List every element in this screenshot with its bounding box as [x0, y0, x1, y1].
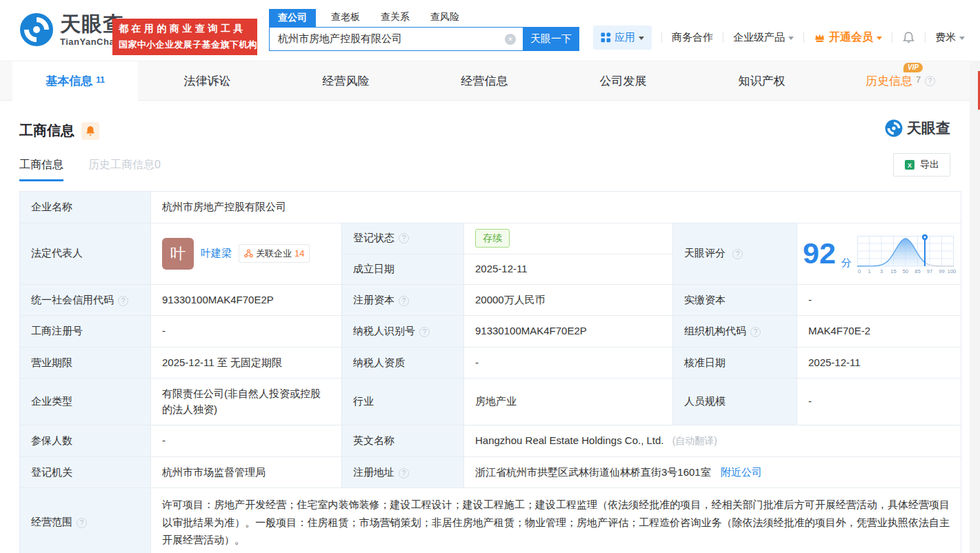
- english-name-label: 英文名称: [342, 425, 464, 457]
- chevron-down-icon: [877, 37, 882, 40]
- insured-count-label: 参保人数: [20, 425, 151, 457]
- reg-capital-label: 注册资本: [353, 294, 394, 305]
- scrollbar-track[interactable]: [970, 61, 980, 553]
- legal-rep-label: 法定代表人: [20, 223, 151, 284]
- tab-basic-label: 基本信息: [46, 73, 92, 89]
- question-icon[interactable]: [925, 76, 935, 86]
- network-icon: [244, 249, 253, 258]
- search-tab-risk[interactable]: 查风险: [430, 11, 459, 27]
- related-companies-badge[interactable]: 关联企业 14: [239, 244, 310, 263]
- divider: [723, 32, 723, 43]
- establish-date-label: 成立日期: [342, 254, 464, 284]
- company-type-label: 企业类型: [20, 379, 151, 425]
- clear-input-icon[interactable]: [505, 34, 516, 45]
- search-tab-company[interactable]: 查公司: [269, 9, 316, 27]
- reg-status-tag: 存续: [475, 229, 510, 248]
- tab-operating-risk[interactable]: 经营风险: [277, 61, 415, 101]
- svg-text:100: 100: [948, 268, 957, 274]
- company-name-value: 杭州市房地产控股有限公司: [151, 192, 961, 223]
- question-icon[interactable]: [419, 327, 430, 337]
- tab-operating-info[interactable]: 经营信息: [415, 61, 554, 101]
- question-icon[interactable]: [732, 249, 743, 259]
- table-row: 参保人数 - 英文名称 Hangzhou Real Estate Holding…: [20, 425, 961, 457]
- paid-capital-value: -: [797, 284, 961, 316]
- divider: [925, 32, 926, 43]
- table-row: 企业类型 有限责任公司(非自然人投资或控股的法人独资) 行业 房地产业 人员规模…: [20, 379, 961, 425]
- approval-date-label: 核准日期: [673, 347, 797, 379]
- bell-icon: [86, 125, 95, 137]
- business-info-table: 企业名称 杭州市房地产控股有限公司 法定代表人 叶 叶建梁: [19, 191, 961, 553]
- related-companies-label: 关联企业: [256, 247, 292, 261]
- tab-history-info[interactable]: VIP 历史信息 7: [831, 61, 970, 101]
- apps-menu[interactable]: 应用: [593, 26, 652, 50]
- enterprise-product-label: 企业级产品: [733, 31, 785, 44]
- svg-text:97: 97: [927, 268, 932, 274]
- credit-code-value: 91330100MAK4F70E2P: [151, 284, 342, 316]
- user-menu[interactable]: 费米: [935, 31, 965, 44]
- company-type-value: 有限责任公司(非自然人投资或控股的法人独资): [151, 379, 342, 425]
- tab-intellectual-property[interactable]: 知识产权: [692, 61, 831, 101]
- nav-vip-upgrade[interactable]: 开通会员: [814, 30, 882, 45]
- taxpayer-id-value: 91330100MAK4F70E2P: [464, 316, 673, 348]
- svg-text:15: 15: [890, 268, 896, 274]
- legal-rep-name-link[interactable]: 叶建梁: [201, 245, 232, 261]
- question-icon[interactable]: [77, 518, 87, 528]
- insured-count-value: -: [151, 425, 342, 457]
- score-distribution-chart: 0 1 3 15 50 85 97 99 100: [857, 232, 954, 276]
- search-tab-relation[interactable]: 查关系: [381, 11, 410, 27]
- legal-rep-avatar[interactable]: 叶: [162, 238, 194, 270]
- score-unit: 分: [841, 255, 852, 271]
- question-icon[interactable]: [399, 468, 409, 479]
- subscribe-bell-button[interactable]: [81, 122, 99, 140]
- tab-company-development[interactable]: 公司发展: [554, 61, 692, 101]
- taxpayer-quality-label: 纳税人资质: [342, 347, 464, 379]
- table-row: 工商注册号 - 纳税人识别号 91330100MAK4F70E2P 组织机构代码…: [20, 316, 961, 348]
- credit-code-label: 统一社会信用代码: [31, 294, 114, 305]
- establish-date-value: 2025-12-11: [464, 254, 672, 284]
- nav-enterprise-product[interactable]: 企业级产品: [733, 31, 794, 44]
- svg-text:X: X: [908, 162, 912, 169]
- question-icon[interactable]: [750, 327, 761, 337]
- staff-size-label: 人员规模: [673, 379, 797, 425]
- notifications-bell[interactable]: [902, 31, 915, 44]
- question-icon[interactable]: [399, 296, 409, 306]
- tianyancha-watermark: 天眼查: [885, 119, 950, 138]
- watermark-title: 天眼查: [907, 119, 950, 138]
- svg-text:85: 85: [914, 268, 920, 274]
- search-tab-boss[interactable]: 查老板: [331, 11, 360, 27]
- apps-grid-icon: [601, 32, 611, 43]
- reg-authority-label: 登记机关: [20, 456, 151, 488]
- subtab-history-business-info[interactable]: 历史工商信息0: [88, 158, 161, 181]
- export-button[interactable]: X 导出: [893, 153, 950, 177]
- search-input[interactable]: [269, 27, 523, 51]
- org-code-label: 组织机构代码: [684, 325, 746, 336]
- taxpayer-id-label: 纳税人识别号: [353, 325, 415, 336]
- tab-basic-info[interactable]: 基本信息 11: [12, 61, 138, 101]
- subtabs: 工商信息 历史工商信息0: [0, 140, 970, 181]
- vip-label: 开通会员: [829, 30, 873, 45]
- subtab-business-info[interactable]: 工商信息: [19, 158, 63, 181]
- table-row: 经营范围 许可项目：房地产开发经营；住宅室内装饰装修；建设工程设计；建设工程施工…: [20, 488, 961, 553]
- bell-icon: [902, 31, 915, 44]
- score-label: 天眼评分: [684, 247, 726, 259]
- search-button[interactable]: 天眼一下: [523, 27, 579, 51]
- question-icon[interactable]: [118, 296, 128, 306]
- company-name-label: 企业名称: [20, 192, 151, 223]
- approval-date-value: 2025-12-11: [797, 347, 961, 379]
- chevron-down-icon: [639, 37, 644, 40]
- username: 费米: [935, 31, 956, 44]
- industry-label: 行业: [342, 379, 464, 425]
- nav-biz-cooperation[interactable]: 商务合作: [672, 31, 713, 44]
- svg-text:50: 50: [903, 268, 908, 274]
- business-term-value: 2025-12-11 至 无固定期限: [151, 347, 342, 379]
- auto-translate-note: (自动翻译): [672, 435, 717, 446]
- tab-legal-proceedings[interactable]: 法律诉讼: [138, 61, 277, 101]
- tab-basic-count: 11: [96, 75, 105, 85]
- tianyancha-logo-icon: [885, 119, 903, 137]
- table-row: 登记机关 杭州市市场监督管理局 注册地址 浙江省杭州市拱墅区武林街道仙林桥直街3…: [20, 456, 961, 488]
- nearby-companies-link[interactable]: 附近公司: [721, 466, 762, 478]
- table-row: 营业期限 2025-12-11 至 无固定期限 纳税人资质 - 核准日期 202…: [20, 347, 961, 379]
- question-icon[interactable]: [399, 233, 409, 243]
- score-value: 92: [803, 239, 836, 268]
- taxpayer-quality-value: -: [464, 347, 673, 379]
